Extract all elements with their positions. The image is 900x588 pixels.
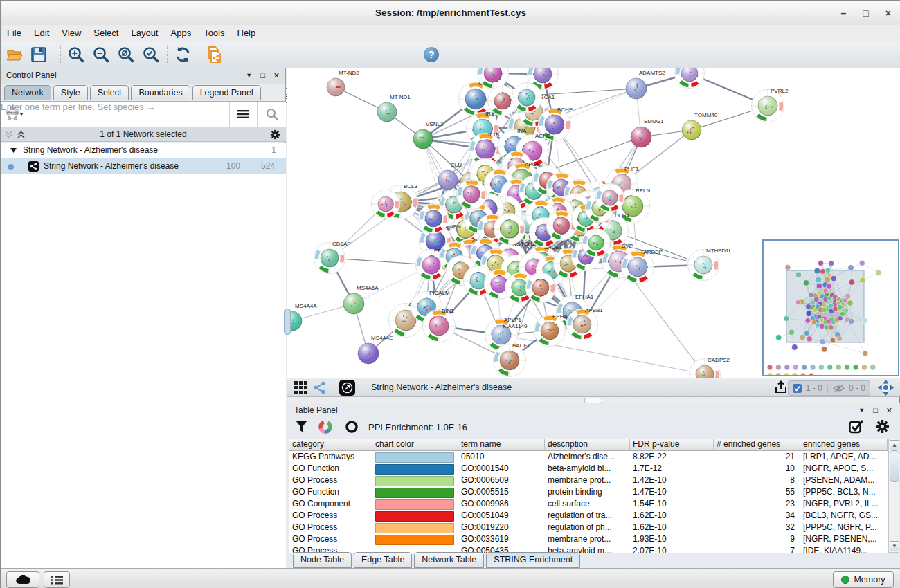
application-window: Session: /tmp/enrichmentTest.cys – □ × F…: [0, 0, 900, 588]
ring-chart-icon[interactable]: [345, 420, 359, 434]
panel-menu-icon[interactable]: ▼: [246, 73, 252, 79]
splitter-handle-vertical[interactable]: [284, 309, 291, 335]
maximize-button[interactable]: □: [863, 8, 868, 19]
tab-style[interactable]: Style: [53, 85, 88, 100]
close-button[interactable]: ×: [885, 8, 891, 19]
tab-network-table[interactable]: Network Table: [414, 552, 484, 568]
scroll-down-arrow[interactable]: ▼: [890, 541, 899, 551]
protein-node[interactable]: [672, 68, 706, 91]
protein-node-epha5[interactable]: EPHA5: [532, 313, 570, 348]
panel-float-icon[interactable]: □: [260, 72, 265, 80]
table-row[interactable]: GO ProcessGO:0006509membrane prot...1.42…: [289, 475, 889, 486]
protein-node[interactable]: [494, 213, 525, 244]
menu-file[interactable]: File: [1, 25, 28, 42]
protein-node-mt-nd2[interactable]: MT-ND2: [327, 70, 359, 96]
zoom-in-icon[interactable]: [67, 46, 85, 64]
scrollbar-thumb[interactable]: [890, 450, 899, 482]
network-collection-row[interactable]: String Network - Alzheimer's disease 1: [1, 143, 286, 158]
table-row[interactable]: KEGG Pathways05010Alzheimer's dise...8.8…: [289, 451, 889, 463]
tab-node-table[interactable]: Node Table: [293, 552, 352, 568]
column-header[interactable]: FDR p-value: [630, 439, 714, 451]
zoom-fit-icon[interactable]: [117, 46, 135, 64]
network-row-selected[interactable]: String Network - Alzheimer's disease 100…: [1, 158, 286, 174]
gear-icon[interactable]: [875, 419, 890, 434]
column-header[interactable]: # enriched genes: [714, 439, 800, 451]
string-protein-query-selector[interactable]: STRING: [1, 102, 30, 127]
network-canvas[interactable]: MT-ND2MT-ND1VSNL1GAB2ADAMTS2PVRL2TOMM40S…: [287, 68, 900, 378]
protein-node-ms4a4e[interactable]: MS4A4E: [358, 335, 393, 364]
help-icon[interactable]: ?: [423, 46, 440, 63]
protein-node-cd2ap[interactable]: CD2AP: [314, 241, 350, 274]
protein-node-mt-nd1[interactable]: MT-ND1: [377, 94, 411, 122]
panel-menu-icon[interactable]: ▼: [858, 407, 865, 414]
column-header[interactable]: description: [545, 439, 630, 451]
menu-help[interactable]: Help: [231, 25, 262, 42]
tab-legend-panel[interactable]: Legend Panel: [192, 85, 261, 100]
tab-select[interactable]: Select: [90, 85, 129, 100]
table-row[interactable]: GO FunctionGO:0005515protein binding1.47…: [289, 486, 889, 498]
tab-edge-table[interactable]: Edge Table: [354, 552, 412, 568]
table-row[interactable]: GO FunctionGO:0001540beta-amyloid bi...1…: [289, 463, 889, 475]
minimize-button[interactable]: –: [841, 8, 847, 19]
protein-node-cadps2[interactable]: CADPS2: [689, 357, 730, 378]
task-history-button[interactable]: [44, 571, 70, 588]
protein-node-smug1[interactable]: SMUG1: [631, 118, 664, 147]
panel-close-icon[interactable]: ✕: [886, 407, 892, 414]
panel-close-icon[interactable]: ✕: [273, 72, 280, 80]
save-session-icon[interactable]: [30, 46, 48, 64]
protein-node[interactable]: [526, 273, 556, 303]
tab-string-enrichment[interactable]: STRING Enrichment: [486, 552, 580, 568]
tree-collapse-icon[interactable]: [10, 148, 17, 153]
menu-layout[interactable]: Layout: [125, 25, 164, 42]
protein-node-mthfd1l[interactable]: MTHFD1L: [687, 248, 732, 281]
zoom-selected-icon[interactable]: [142, 46, 160, 64]
cell-term: GO:0006509: [458, 475, 545, 486]
protein-node-vsnl1[interactable]: VSNL1: [413, 121, 444, 149]
menu-select[interactable]: Select: [87, 25, 125, 42]
open-in-window-icon[interactable]: [339, 380, 355, 396]
birds-eye-view[interactable]: [762, 239, 899, 376]
tab-boundaries[interactable]: Boundaries: [131, 85, 190, 100]
table-row[interactable]: GO ProcessGO:0033619membrane prot...1.93…: [289, 533, 889, 545]
cloud-services-button[interactable]: [6, 571, 39, 588]
protein-node-adamts2[interactable]: ADAMTS2: [626, 70, 665, 99]
menu-view[interactable]: View: [55, 25, 87, 42]
string-options-button[interactable]: [229, 102, 256, 127]
filter-icon[interactable]: [296, 421, 307, 433]
grid-view-icon[interactable]: [294, 381, 307, 394]
protein-node-pvrl2[interactable]: PVRL2: [751, 88, 789, 122]
cell-fdr: 8.82E-22: [630, 451, 714, 463]
column-header[interactable]: enriched genes: [800, 439, 888, 451]
network-selection-bar: 1 of 1 Network selected: [1, 127, 286, 142]
protein-node-ms4a4a[interactable]: MS4A4A: [287, 303, 317, 331]
column-header[interactable]: chart color: [372, 439, 458, 451]
refresh-icon[interactable]: [174, 46, 192, 64]
tab-network[interactable]: Network: [4, 85, 51, 100]
panel-float-icon[interactable]: □: [873, 407, 878, 414]
memory-button[interactable]: Memory: [833, 571, 894, 588]
select-columns-icon[interactable]: [849, 419, 864, 434]
singleton-node: [768, 374, 773, 375]
export-view-icon[interactable]: [773, 380, 789, 395]
protein-node-tomm40[interactable]: TOMM40: [682, 112, 718, 140]
string-logo-icon: STRING: [5, 105, 26, 123]
menu-apps[interactable]: Apps: [165, 25, 198, 42]
copy-network-icon[interactable]: [206, 46, 224, 64]
open-session-icon[interactable]: [6, 46, 24, 64]
table-row[interactable]: GO ComponentGO:0009986cell surface1.54E-…: [289, 498, 889, 510]
scroll-up-arrow[interactable]: ▲: [890, 440, 899, 450]
column-header[interactable]: category: [289, 439, 372, 451]
table-row[interactable]: GO ProcessGO:0051049regulation of tra...…: [289, 510, 889, 522]
string-search-button[interactable]: [257, 102, 287, 127]
protein-node-ms4a6a[interactable]: MS4A6A: [343, 285, 379, 314]
column-header[interactable]: term name: [458, 439, 545, 451]
gear-icon[interactable]: [270, 129, 280, 140]
zoom-out-icon[interactable]: [92, 46, 110, 64]
menu-edit[interactable]: Edit: [28, 25, 55, 42]
pan-navigator-icon[interactable]: [878, 380, 894, 396]
table-scrollbar[interactable]: ▲ ▼: [888, 439, 899, 553]
menu-tools[interactable]: Tools: [197, 25, 231, 42]
pie-chart-icon[interactable]: [318, 420, 332, 434]
share-network-icon[interactable]: [313, 381, 326, 394]
table-row[interactable]: GO ProcessGO:0019220regulation of ph...1…: [289, 522, 889, 533]
